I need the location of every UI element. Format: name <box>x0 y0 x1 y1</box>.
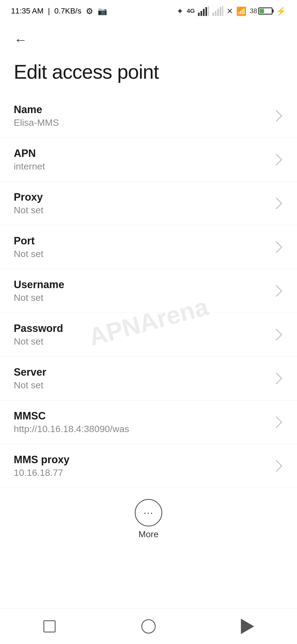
camera-icon: 📷 <box>98 7 107 16</box>
signal-bars-2-icon <box>212 6 223 16</box>
charging-icon: ⚡ <box>276 6 286 16</box>
settings-item-mmsc-content: MMSC http://10.16.18.4:38090/was <box>14 410 272 434</box>
svg-rect-6 <box>215 11 216 16</box>
chevron-right-icon <box>271 154 282 165</box>
settings-item-port-content: Port Not set <box>14 235 272 259</box>
settings-item-proxy-label: Proxy <box>14 191 272 203</box>
chevron-right-icon <box>271 241 282 253</box>
settings-item-server-content: Server Not set <box>14 366 272 391</box>
back-nav-icon <box>241 619 254 634</box>
more-section: ··· More <box>0 488 297 548</box>
chevron-right-icon <box>271 329 282 340</box>
settings-item-mms-proxy-value: 10.16.18.77 <box>14 467 272 478</box>
recent-apps-icon <box>43 620 56 632</box>
settings-item-apn-content: APN internet <box>14 148 272 172</box>
chevron-right-icon <box>271 373 282 384</box>
chevron-right-icon <box>271 110 282 122</box>
recent-apps-button[interactable] <box>38 615 61 637</box>
svg-rect-3 <box>205 7 207 16</box>
status-left: 11:35 AM | 0.7KB/s ⚙ 📷 <box>11 6 107 16</box>
settings-item-mmsc[interactable]: MMSC http://10.16.18.4:38090/was <box>0 400 297 444</box>
top-nav: ← <box>0 22 297 55</box>
back-nav-button[interactable] <box>237 615 258 637</box>
battery-percentage: 38 <box>250 7 257 15</box>
settings-item-password-content: Password Not set <box>14 323 272 347</box>
settings-item-mms-proxy-content: MMS proxy 10.16.18.77 <box>14 454 272 478</box>
settings-item-apn-value: internet <box>14 161 272 172</box>
svg-rect-0 <box>198 13 200 16</box>
network-speed: 0.7KB/s <box>54 7 81 15</box>
bluetooth-icon: ✦ <box>177 6 183 16</box>
svg-rect-5 <box>212 13 214 16</box>
settings-item-name-content: Name Elisa-MMS <box>14 104 272 128</box>
bottom-nav <box>0 608 297 644</box>
settings-item-mms-proxy-label: MMS proxy <box>14 454 272 466</box>
settings-item-password-value: Not set <box>14 336 272 347</box>
chevron-right-icon <box>271 198 282 209</box>
network-type-icon: 4G <box>187 7 195 15</box>
page-title: Edit access point <box>0 55 297 94</box>
settings-item-username-label: Username <box>14 279 272 291</box>
settings-item-apn[interactable]: APN internet <box>0 138 297 182</box>
battery-fill <box>260 9 264 13</box>
back-arrow-icon: ← <box>14 33 27 47</box>
svg-rect-9 <box>222 6 223 16</box>
no-signal-icon: ✕ <box>227 7 233 16</box>
chevron-right-icon <box>271 285 282 297</box>
chevron-right-icon <box>271 416 282 428</box>
settings-item-proxy-value: Not set <box>14 205 272 215</box>
more-dots-icon: ··· <box>144 508 153 518</box>
chevron-right-icon <box>271 460 282 472</box>
settings-item-mms-proxy[interactable]: MMS proxy 10.16.18.77 <box>0 444 297 488</box>
home-button[interactable] <box>138 615 160 637</box>
settings-item-username-content: Username Not set <box>14 279 272 303</box>
settings-item-port-value: Not set <box>14 249 272 259</box>
settings-item-name[interactable]: Name Elisa-MMS <box>0 94 297 138</box>
home-icon <box>141 619 156 634</box>
settings-item-name-label: Name <box>14 104 272 116</box>
time-display: 11:35 AM <box>11 7 43 15</box>
settings-item-server[interactable]: Server Not set <box>0 357 297 400</box>
status-right: ✦ 4G ✕ 📶 38 ⚡ <box>177 6 286 16</box>
battery-container: 38 <box>250 7 273 15</box>
settings-item-port[interactable]: Port Not set <box>0 225 297 269</box>
settings-item-apn-label: APN <box>14 148 272 159</box>
settings-item-proxy[interactable]: Proxy Not set <box>0 182 297 225</box>
settings-item-name-value: Elisa-MMS <box>14 117 272 128</box>
settings-item-server-label: Server <box>14 366 272 378</box>
svg-rect-1 <box>200 11 202 16</box>
settings-icon: ⚙ <box>86 6 93 16</box>
settings-item-mmsc-label: MMSC <box>14 410 272 422</box>
wifi-icon: 📶 <box>236 6 246 16</box>
signal-bars-1-icon <box>198 6 209 16</box>
more-label: More <box>139 529 159 539</box>
speed-display: | <box>48 7 50 15</box>
settings-item-username-value: Not set <box>14 292 272 303</box>
svg-rect-8 <box>220 7 221 16</box>
svg-rect-4 <box>208 6 209 16</box>
back-button[interactable]: ← <box>11 30 30 50</box>
more-button[interactable]: ··· <box>135 499 162 526</box>
settings-item-password[interactable]: Password Not set <box>0 313 297 357</box>
settings-item-password-label: Password <box>14 323 272 334</box>
svg-rect-2 <box>203 9 205 16</box>
settings-item-server-value: Not set <box>14 380 272 391</box>
battery-icon <box>258 7 273 15</box>
settings-item-proxy-content: Proxy Not set <box>14 191 272 215</box>
svg-rect-7 <box>217 9 219 16</box>
settings-item-mmsc-value: http://10.16.18.4:38090/was <box>14 424 272 434</box>
status-bar: 11:35 AM | 0.7KB/s ⚙ 📷 ✦ 4G ✕ � <box>0 0 297 22</box>
settings-item-username[interactable]: Username Not set <box>0 269 297 313</box>
settings-list: Name Elisa-MMS APN internet Proxy Not se… <box>0 94 297 488</box>
settings-item-port-label: Port <box>14 235 272 247</box>
